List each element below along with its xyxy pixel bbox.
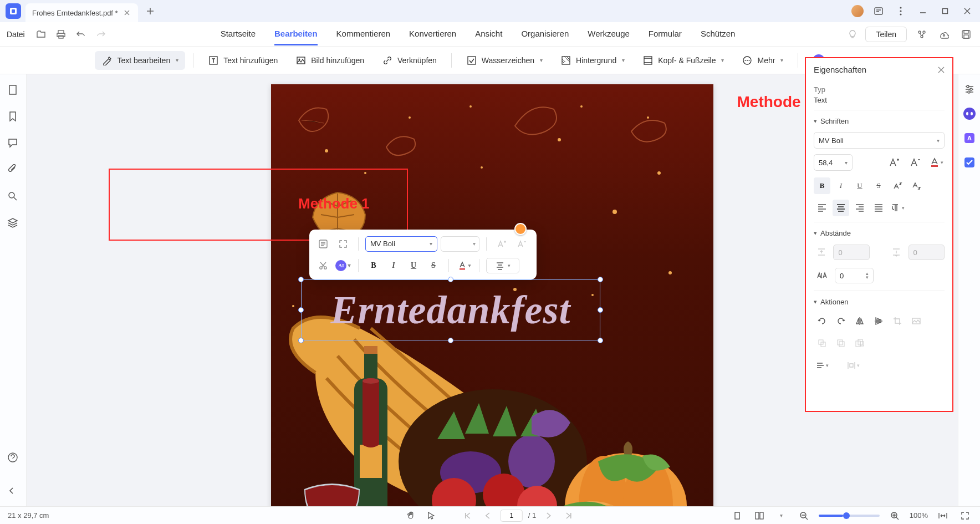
- link-button[interactable]: Verknüpfen: [375, 51, 443, 70]
- last-page-icon[interactable]: [562, 508, 576, 523]
- alignment-select[interactable]: ▾: [486, 258, 519, 273]
- superscript-button[interactable]: [889, 177, 906, 194]
- edit-text-button[interactable]: Text bearbeiten ▾: [95, 51, 185, 70]
- attachments-icon[interactable]: [7, 164, 19, 176]
- text-anchor-handle[interactable]: [514, 223, 527, 235]
- menu-organisieren[interactable]: Organisieren: [521, 23, 569, 45]
- window-close-button[interactable]: [960, 4, 974, 18]
- strikethrough-button[interactable]: S: [425, 257, 442, 274]
- increase-font-icon[interactable]: [886, 154, 902, 171]
- cloud-sync-icon[interactable]: [915, 27, 929, 42]
- fit-width-icon[interactable]: [936, 508, 950, 523]
- help-icon[interactable]: [7, 452, 19, 464]
- watermark-button[interactable]: Wasserzeichen ▾: [460, 51, 549, 70]
- underline-button[interactable]: U: [851, 177, 868, 194]
- menu-schuetzen[interactable]: Schützen: [701, 23, 736, 45]
- resize-handle-ne[interactable]: [598, 277, 603, 282]
- font-size-input[interactable]: 58,4 ▾: [814, 154, 853, 171]
- check-badge-icon[interactable]: [962, 155, 977, 170]
- menu-startseite[interactable]: Startseite: [221, 23, 256, 45]
- window-minimize-button[interactable]: [916, 4, 930, 18]
- thumbnails-icon[interactable]: [7, 84, 19, 96]
- font-size-select[interactable]: ▾: [441, 236, 479, 252]
- single-page-view-icon[interactable]: [730, 508, 744, 523]
- bold-button[interactable]: B: [365, 257, 382, 274]
- upload-icon[interactable]: [937, 27, 951, 42]
- add-image-button[interactable]: Bild hinzufügen: [289, 51, 371, 70]
- layers-icon[interactable]: [7, 217, 19, 230]
- menu-bearbeiten[interactable]: Bearbeiten: [274, 23, 318, 45]
- menu-werkzeuge[interactable]: Werkzeuge: [588, 23, 630, 45]
- flip-horizontal-icon[interactable]: [851, 313, 868, 329]
- document-tab[interactable]: Frohes Erntedankfest.pdf *: [25, 3, 138, 22]
- bold-button[interactable]: B: [814, 177, 830, 194]
- resize-handle-nw[interactable]: [298, 277, 304, 282]
- two-page-view-icon[interactable]: [752, 508, 767, 523]
- print-icon[interactable]: [54, 27, 68, 42]
- underline-button[interactable]: U: [405, 257, 422, 274]
- undo-icon[interactable]: [74, 27, 88, 42]
- resize-handle-n[interactable]: [448, 277, 453, 282]
- new-tab-button[interactable]: [142, 3, 158, 19]
- redo-icon[interactable]: [94, 27, 108, 42]
- view-options-icon[interactable]: ▾: [774, 508, 789, 523]
- align-right-button[interactable]: [851, 200, 868, 216]
- font-family-dropdown[interactable]: MV Boli ▾: [814, 132, 945, 149]
- tab-close-icon[interactable]: [122, 8, 131, 17]
- zoom-level[interactable]: 100%: [910, 511, 928, 520]
- actions-section-header[interactable]: Aktionen: [814, 298, 945, 306]
- prev-page-icon[interactable]: [481, 508, 495, 523]
- flip-vertical-icon[interactable]: [870, 313, 887, 329]
- menu-ansicht[interactable]: Ansicht: [475, 23, 502, 45]
- hand-tool-icon[interactable]: [404, 508, 418, 523]
- settings-sliders-icon[interactable]: [962, 82, 977, 96]
- file-menu[interactable]: Datei: [7, 30, 25, 39]
- window-maximize-button[interactable]: [938, 4, 952, 18]
- zoom-in-icon[interactable]: [887, 508, 902, 523]
- strikethrough-button[interactable]: S: [870, 177, 887, 194]
- add-text-button[interactable]: Text hinzufügen: [201, 51, 284, 70]
- menu-kommentieren[interactable]: Kommentieren: [336, 23, 391, 45]
- align-left-button[interactable]: [814, 200, 830, 216]
- increase-font-icon[interactable]: [493, 236, 510, 252]
- share-button[interactable]: Teilen: [865, 27, 907, 42]
- fit-icon[interactable]: [335, 236, 351, 252]
- resize-handle-se[interactable]: [598, 338, 603, 343]
- char-spacing-input[interactable]: 0 ▴▾: [835, 268, 874, 283]
- open-icon[interactable]: [34, 27, 48, 42]
- resize-handle-sw[interactable]: [298, 338, 304, 343]
- italic-button[interactable]: I: [385, 257, 402, 274]
- header-footer-button[interactable]: Kopf- & Fußzeile ▾: [636, 51, 731, 70]
- spacing-section-header[interactable]: Abstände: [814, 229, 945, 237]
- font-color-button[interactable]: ▾: [456, 257, 472, 274]
- zoom-slider-thumb[interactable]: [843, 512, 850, 519]
- kebab-menu-icon[interactable]: [894, 4, 908, 18]
- font-family-select[interactable]: MV Boli ▾: [365, 236, 437, 252]
- user-avatar[interactable]: [851, 5, 864, 17]
- align-justify-button[interactable]: [870, 200, 887, 216]
- close-panel-icon[interactable]: [938, 67, 945, 73]
- first-page-icon[interactable]: [461, 508, 475, 523]
- resize-handle-e[interactable]: [598, 307, 603, 313]
- menu-konvertieren[interactable]: Konvertieren: [409, 23, 456, 45]
- ai-inline-icon[interactable]: AI▾: [335, 257, 351, 274]
- properties-icon[interactable]: [315, 236, 331, 252]
- selected-text-content[interactable]: Erntedankfest: [301, 279, 600, 340]
- align-center-button[interactable]: [833, 200, 849, 216]
- rotate-left-icon[interactable]: [814, 313, 830, 329]
- notifications-icon[interactable]: [871, 4, 886, 18]
- next-page-icon[interactable]: [542, 508, 556, 523]
- cut-icon[interactable]: [315, 257, 331, 274]
- italic-button[interactable]: I: [833, 177, 849, 194]
- search-icon[interactable]: [7, 191, 19, 203]
- font-color-icon[interactable]: ▾: [928, 154, 945, 171]
- bookmarks-icon[interactable]: [7, 111, 19, 123]
- arrange-icon[interactable]: ▾: [814, 357, 830, 374]
- text-direction-button[interactable]: ▾: [889, 200, 906, 216]
- fonts-section-header[interactable]: Schriften: [814, 117, 945, 125]
- ai-chat-icon[interactable]: [962, 106, 977, 121]
- zoom-out-icon[interactable]: [797, 508, 811, 523]
- comments-icon[interactable]: [7, 138, 19, 150]
- menu-formular[interactable]: Formular: [649, 23, 682, 45]
- select-tool-icon[interactable]: [424, 508, 438, 523]
